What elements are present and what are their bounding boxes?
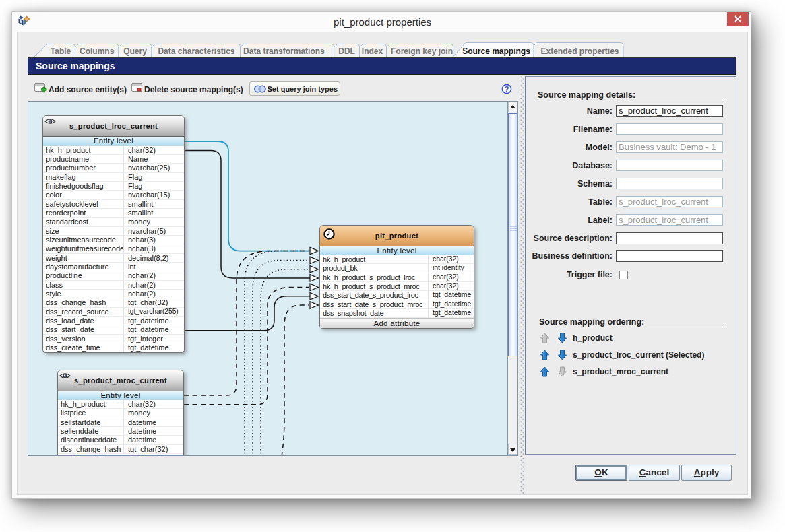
svg-text:Data transformations: Data transformations: [243, 46, 325, 56]
svg-text:Index: Index: [362, 46, 383, 56]
svg-text:?: ?: [504, 85, 509, 93]
svg-text:Query: Query: [123, 46, 147, 56]
svg-text:DDL: DDL: [338, 46, 355, 56]
svg-text:Data characteristics: Data characteristics: [158, 46, 234, 56]
svg-text:Table: Table: [51, 46, 71, 56]
svg-text:Columns: Columns: [80, 46, 115, 56]
svg-text:Source mappings: Source mappings: [462, 46, 530, 56]
svg-text:Extended properties: Extended properties: [540, 46, 619, 56]
svg-text:Foreign key join: Foreign key join: [391, 46, 453, 56]
